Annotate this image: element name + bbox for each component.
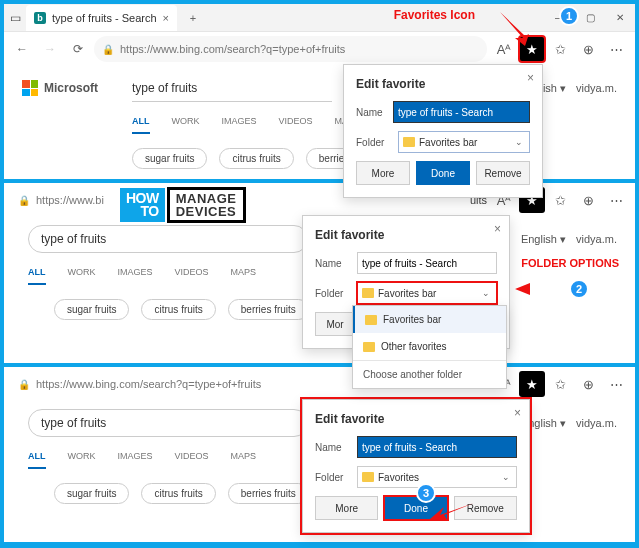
- favorites-hub-icon[interactable]: ✩: [547, 371, 573, 397]
- address-bar: 🔒 https://www.bing.com/search?q=type+of+…: [4, 367, 635, 401]
- watermark-logo: HOWTO MANAGEDEVICES: [120, 187, 246, 223]
- popup-close-icon[interactable]: ×: [494, 222, 501, 236]
- tab-all[interactable]: ALL: [28, 267, 46, 285]
- name-input[interactable]: [357, 436, 517, 458]
- new-tab-button[interactable]: +: [183, 12, 203, 24]
- favorites-hub-icon[interactable]: ✩: [547, 36, 573, 62]
- annotation-favorites-label: Favorites Icon: [394, 8, 475, 22]
- lock-icon: 🔒: [18, 195, 30, 206]
- url-text: https://www.bing.com/search?q=type+of+fr…: [36, 378, 261, 390]
- name-label: Name: [315, 442, 349, 453]
- folder-select[interactable]: Favorites bar ⌄: [398, 131, 530, 153]
- dropdown-choose-another[interactable]: Choose another folder: [353, 360, 506, 388]
- chip-berries[interactable]: berries fruits: [228, 483, 309, 504]
- tab-actions-icon[interactable]: ▭: [4, 11, 26, 25]
- back-icon[interactable]: ←: [10, 37, 34, 61]
- toolbar-right: Aᴬ ★ ✩ ⊕ ⋯: [491, 371, 629, 397]
- lock-icon: 🔒: [102, 44, 114, 55]
- tab-videos[interactable]: VIDEOS: [279, 116, 313, 134]
- menu-icon[interactable]: ⋯: [603, 371, 629, 397]
- collections-icon[interactable]: ⊕: [575, 36, 601, 62]
- tab-maps[interactable]: MAPS: [231, 267, 257, 285]
- tab-images[interactable]: IMAGES: [118, 267, 153, 285]
- name-label: Name: [356, 107, 385, 118]
- more-button[interactable]: More: [315, 496, 378, 520]
- name-input[interactable]: [357, 252, 497, 274]
- folder-icon: [362, 472, 374, 482]
- annotation-step-1: 1: [559, 6, 579, 26]
- user-name[interactable]: vidya.m.: [576, 233, 617, 245]
- chip-sugar[interactable]: sugar fruits: [54, 483, 129, 504]
- tab-work[interactable]: WORK: [68, 267, 96, 285]
- header-right: English ▾ vidya.m.: [521, 417, 617, 430]
- tab-work[interactable]: WORK: [172, 116, 200, 134]
- tab-videos[interactable]: VIDEOS: [175, 267, 209, 285]
- close-window-button[interactable]: ✕: [605, 4, 635, 32]
- folder-select[interactable]: Favorites bar ⌄: [357, 282, 497, 304]
- folder-select[interactable]: Favorites ⌄: [357, 466, 517, 488]
- folder-label: Folder: [315, 288, 349, 299]
- favorites-icon[interactable]: ★: [519, 371, 545, 397]
- tab-all[interactable]: ALL: [132, 116, 150, 134]
- search-input[interactable]: type of fruits: [132, 74, 332, 102]
- more-button[interactable]: More: [356, 161, 410, 185]
- browser-tab[interactable]: b type of fruits - Search ×: [26, 5, 177, 31]
- tab-work[interactable]: WORK: [68, 451, 96, 469]
- folder-dropdown: Favorites bar Other favorites Choose ano…: [352, 305, 507, 389]
- chip-sugar[interactable]: sugar fruits: [132, 148, 207, 169]
- popup-title: Edit favorite: [315, 412, 517, 426]
- url-text: https://www.bi: [36, 194, 104, 206]
- edit-favorite-popup: × Edit favorite Name Folder Favorites ⌄ …: [302, 399, 530, 533]
- popup-title: Edit favorite: [356, 77, 530, 91]
- folder-icon: [403, 137, 415, 147]
- menu-icon[interactable]: ⋯: [603, 187, 629, 213]
- chip-citrus[interactable]: citrus fruits: [219, 148, 293, 169]
- annotation-arrow-3: [430, 499, 474, 523]
- chip-sugar[interactable]: sugar fruits: [54, 299, 129, 320]
- tab-all[interactable]: ALL: [28, 451, 46, 469]
- menu-icon[interactable]: ⋯: [603, 36, 629, 62]
- url-field[interactable]: 🔒 https://www.bing.com/search?q=type+of+…: [94, 36, 487, 62]
- address-bar: ← → ⟳ 🔒 https://www.bing.com/search?q=ty…: [4, 32, 635, 66]
- tab-videos[interactable]: VIDEOS: [175, 451, 209, 469]
- chevron-down-icon: ⌄: [502, 472, 510, 482]
- user-name[interactable]: vidya.m.: [576, 417, 617, 429]
- maximize-button[interactable]: ▢: [575, 4, 605, 32]
- microsoft-logo[interactable]: Microsoft: [22, 80, 98, 96]
- forward-icon[interactable]: →: [38, 37, 62, 61]
- bing-favicon-icon: b: [34, 12, 46, 24]
- collections-icon[interactable]: ⊕: [575, 371, 601, 397]
- user-name[interactable]: vidya.m.: [576, 82, 617, 94]
- remove-button[interactable]: Remove: [476, 161, 530, 185]
- folder-label: Folder: [315, 472, 349, 483]
- panel-step-3: 🔒 https://www.bing.com/search?q=type+of+…: [4, 367, 635, 542]
- chip-citrus[interactable]: citrus fruits: [141, 483, 215, 504]
- tab-maps[interactable]: MAPS: [231, 451, 257, 469]
- panel-step-1: ▭ b type of fruits - Search × + — ▢ ✕ ← …: [4, 4, 635, 179]
- header-right: English ▾ vidya.m.: [521, 233, 617, 246]
- search-input[interactable]: type of fruits: [28, 225, 308, 253]
- folder-label: Folder: [356, 137, 390, 148]
- refresh-icon[interactable]: ⟳: [66, 37, 90, 61]
- annotation-arrow-1: [495, 10, 535, 46]
- popup-title: Edit favorite: [315, 228, 497, 242]
- dropdown-option-favorites-bar[interactable]: Favorites bar: [353, 306, 506, 333]
- more-button[interactable]: Mor: [315, 312, 355, 336]
- search-input[interactable]: type of fruits: [28, 409, 308, 437]
- name-input[interactable]: [393, 101, 530, 123]
- tab-close-icon[interactable]: ×: [163, 12, 169, 24]
- dropdown-option-other-favorites[interactable]: Other favorites: [353, 333, 506, 360]
- favorites-hub-icon[interactable]: ✩: [547, 187, 573, 213]
- chip-berries[interactable]: berries fruits: [228, 299, 309, 320]
- tab-images[interactable]: IMAGES: [118, 451, 153, 469]
- collections-icon[interactable]: ⊕: [575, 187, 601, 213]
- url-text: https://www.bing.com/search?q=type+of+fr…: [120, 43, 345, 55]
- tab-images[interactable]: IMAGES: [222, 116, 257, 134]
- folder-icon: [365, 315, 377, 325]
- chip-citrus[interactable]: citrus fruits: [141, 299, 215, 320]
- annotation-arrow-2: [515, 279, 565, 299]
- language-dropdown[interactable]: English ▾: [521, 233, 566, 246]
- popup-close-icon[interactable]: ×: [527, 71, 534, 85]
- popup-close-icon[interactable]: ×: [514, 406, 521, 420]
- done-button[interactable]: Done: [416, 161, 470, 185]
